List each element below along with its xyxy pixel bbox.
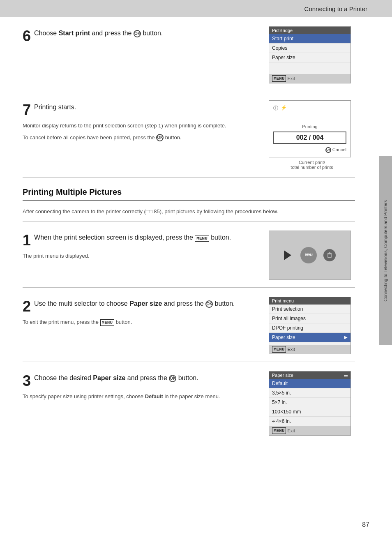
step-1-body: The print menu is displayed. — [23, 252, 261, 261]
screen-item-print-all: Print all images — [269, 314, 350, 323]
step-3-left: 3 Choose the desired Paper size and pres… — [23, 371, 261, 401]
print-menu-title: Print menu — [269, 297, 350, 305]
screen-item-4x6: ↵4×6 in. — [269, 417, 350, 426]
ok-icon-small: OK — [325, 147, 331, 153]
step-2-right: Print menu Print selection Print all ima… — [269, 297, 355, 354]
step-1-right: MENU — [269, 231, 355, 280]
step-1-title-post: button. — [209, 234, 231, 241]
camera-image-step1: MENU — [269, 231, 351, 280]
step-3-right: Paper size ▬ Default 3.5×5 in. 5×7 in. 1… — [269, 371, 355, 436]
screen-item-3x5: 3.5×5 in. — [269, 388, 350, 398]
side-tab: Connecting to Televisions, Computers and… — [379, 156, 392, 345]
trash-button — [323, 249, 336, 261]
ok-button-icon: OK — [134, 30, 141, 37]
print-label: Printing — [273, 124, 346, 129]
screen-item-paper-size-2: Paper size ▶ — [269, 333, 350, 342]
arrow-icon — [284, 250, 291, 260]
paper-size-screen-wrapper: Paper size ▬ Default 3.5×5 in. 5×7 in. 1… — [269, 371, 355, 436]
menu-icon-6: MENU — [272, 75, 286, 82]
screen-item-dpof: DPOF printing — [269, 323, 350, 333]
step-2-number: 2 — [23, 299, 31, 314]
arrow-right-icon: ▶ — [344, 335, 348, 339]
step-2-left: 2 Use the multi selector to choose Paper… — [23, 297, 261, 327]
step-7-number: 7 — [23, 103, 31, 118]
menu-icon-3: MENU — [272, 427, 286, 434]
ok-icon-step3: OK — [169, 375, 176, 382]
step-2-section: 2 Use the multi selector to choose Paper… — [23, 288, 355, 362]
step-6-number: 6 — [23, 29, 31, 44]
step-3-body: To specify paper size using printer sett… — [23, 392, 261, 401]
step-7-title-text: Printing starts. — [34, 104, 76, 111]
svg-rect-0 — [328, 254, 331, 258]
screen-footer-6: MENU Exit — [269, 74, 350, 83]
screen-item-start-print: Start print — [269, 34, 350, 44]
menu-text-step1: MENU — [195, 235, 209, 242]
ok-icon-cancel: OK — [156, 134, 164, 141]
step-2-body: To exit the print menu, press the MENU b… — [23, 318, 261, 327]
screen-item-paper-size-6: Paper size — [269, 53, 350, 62]
print-menu-screen: Print menu Print selection Print all ima… — [269, 297, 351, 354]
step-6-right: PictBridge Start print Copies Paper size… — [269, 26, 355, 83]
step-6-title: 6 Choose Start print and press the OK bu… — [23, 26, 261, 44]
paper-size-title: Paper size ▬ — [269, 372, 350, 379]
step-6-title-post: and press the — [90, 30, 131, 37]
menu-button: MENU — [300, 247, 317, 263]
side-tab-text: Connecting to Televisions, Computers and… — [383, 200, 388, 302]
print-progress-top: ⓘ ⚡ — [273, 105, 346, 112]
step-6-title-suffix: button. — [143, 30, 163, 37]
step-1-title-pre: When the print selection screen is displ… — [34, 234, 195, 241]
screen-footer-2: MENU Exit — [269, 345, 350, 354]
screen-item-5x7: 5×7 in. — [269, 398, 350, 407]
trash-icon — [326, 252, 333, 258]
section-intro: After connecting the camera to the print… — [23, 204, 355, 222]
step-7-body2: To cancel before all copies have been pr… — [23, 134, 261, 142]
print-cancel: OK Cancel — [273, 147, 346, 153]
step-2-title: 2 Use the multi selector to choose Paper… — [23, 297, 261, 314]
step-6-left: 6 Choose Start print and press the OK bu… — [23, 26, 261, 44]
step-3-section: 3 Choose the desired Paper size and pres… — [23, 362, 355, 443]
step-7-left: 7 Printing starts. Monitor display retur… — [23, 100, 261, 142]
step-3-title: 3 Choose the desired Paper size and pres… — [23, 371, 261, 388]
step-1-number: 1 — [23, 233, 31, 248]
header-title: Connecting to a Printer — [304, 5, 367, 12]
step-3-number: 3 — [23, 374, 31, 388]
print-caption: Current print/ total number of prints — [269, 160, 355, 170]
pictbridge-title: PictBridge — [269, 27, 350, 34]
header-bar: Connecting to a Printer — [0, 0, 392, 17]
section-intro-text: After connecting the camera to the print… — [23, 208, 146, 215]
step-1-left: 1 When the print selection screen is dis… — [23, 231, 261, 261]
menu-icon-2: MENU — [272, 346, 286, 353]
step-1-section: 1 When the print selection screen is dis… — [23, 222, 355, 288]
screen-item-print-selection: Print selection — [269, 305, 350, 314]
step-6-section: 6 Choose Start print and press the OK bu… — [23, 17, 355, 91]
screen-item-copies: Copies — [269, 44, 350, 53]
step-7-section: 7 Printing starts. Monitor display retur… — [23, 91, 355, 178]
screen-item-100x150: 100×150 mm — [269, 407, 350, 417]
step-1-title: 1 When the print selection screen is dis… — [23, 231, 261, 248]
step-6-title-pre: Choose — [34, 30, 59, 37]
screen-footer-3: MENU Exit — [269, 426, 350, 435]
step-7-right: ⓘ ⚡ Printing 002 / 004 OK Cancel Current… — [269, 100, 355, 170]
ok-icon-step2: OK — [205, 300, 213, 308]
paper-size-screen: Paper size ▬ Default 3.5×5 in. 5×7 in. 1… — [269, 371, 351, 436]
screen-item-default: Default — [269, 379, 350, 388]
page-number: 87 — [362, 521, 369, 528]
section-heading: Printing Multiple Pictures — [23, 178, 355, 201]
step-7-title: 7 Printing starts. — [23, 100, 261, 118]
main-content: 6 Choose Start print and press the OK bu… — [0, 17, 392, 468]
print-counter: 002 / 004 — [273, 132, 346, 144]
step-6-title-bold: Start print — [59, 30, 90, 37]
step-7-body1: Monitor display returns to the print sel… — [23, 122, 261, 142]
print-progress-screen: ⓘ ⚡ Printing 002 / 004 OK Cancel — [269, 100, 351, 157]
menu-text-step2-body: MENU — [100, 319, 114, 326]
pictbridge-screen: PictBridge Start print Copies Paper size… — [269, 26, 351, 83]
mini-icon: ▬ — [344, 373, 348, 377]
